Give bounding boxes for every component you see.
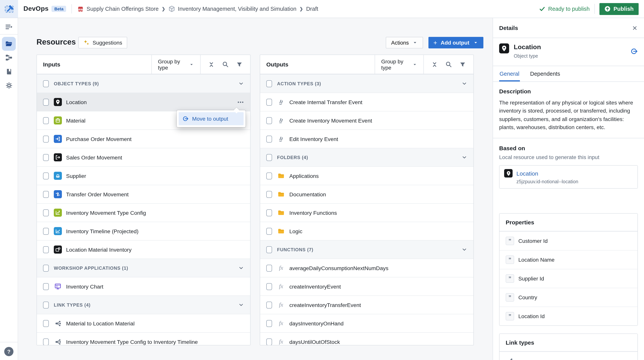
inputs-group-by-dropdown[interactable]: Group by type bbox=[152, 55, 200, 74]
breadcrumb-item-draft[interactable]: Draft bbox=[306, 6, 318, 12]
list-item-edit-inventory-event[interactable]: Edit Inventory Event bbox=[260, 130, 474, 148]
tab-dependents[interactable]: Dependents bbox=[530, 66, 560, 82]
chevron-down-icon[interactable] bbox=[238, 265, 244, 271]
list-item-supplier[interactable]: Supplier bbox=[37, 166, 250, 185]
group-header-object-types[interactable]: OBJECT TYPES (9) bbox=[37, 74, 250, 92]
add-output-button[interactable]: + Add output bbox=[428, 37, 483, 48]
group-header-workshop-applications[interactable]: WORKSHOP APPLICATIONS (1) bbox=[37, 258, 250, 277]
list-item-imtc-to-inventory-timeline[interactable]: Inventory Movement Type Config to Invent… bbox=[37, 332, 250, 346]
list-item-transfer-order-movement[interactable]: Transfer Order Movement bbox=[37, 185, 250, 203]
filter-button[interactable] bbox=[235, 60, 244, 69]
row-checkbox[interactable] bbox=[43, 338, 49, 345]
tab-general[interactable]: General bbox=[499, 66, 520, 82]
row-checkbox[interactable] bbox=[266, 302, 272, 308]
group-header-folders[interactable]: FOLDERS (4) bbox=[260, 148, 474, 166]
list-item-days-until-out-of-stock[interactable]: fx daysUntilOutOfStock bbox=[260, 332, 474, 346]
row-checkbox[interactable] bbox=[266, 136, 272, 142]
row-checkbox[interactable] bbox=[43, 117, 49, 124]
row-checkbox[interactable] bbox=[43, 209, 49, 216]
outputs-group-by-dropdown[interactable]: Group by type bbox=[375, 55, 424, 74]
group-header-link-types[interactable]: LINK TYPES (4) bbox=[37, 296, 250, 314]
row-checkbox[interactable] bbox=[43, 228, 49, 234]
property-row-customer-id[interactable]: ” Customer Id bbox=[500, 231, 638, 250]
row-checkbox[interactable] bbox=[43, 283, 49, 290]
search-button[interactable] bbox=[221, 60, 230, 69]
property-row-location-name[interactable]: ” Location Name bbox=[500, 250, 638, 269]
row-checkbox[interactable] bbox=[266, 209, 272, 216]
row-checkbox[interactable] bbox=[266, 172, 272, 179]
list-item-inventory-timeline[interactable]: Inventory Timeline (Projected) bbox=[37, 222, 250, 240]
row-checkbox[interactable] bbox=[43, 98, 49, 106]
chevron-down-icon[interactable] bbox=[462, 154, 467, 160]
list-item-days-inventory-on-hand[interactable]: fx daysInventoryOnHand bbox=[260, 314, 474, 332]
row-checkbox[interactable] bbox=[266, 228, 272, 234]
group-checkbox[interactable] bbox=[43, 264, 49, 272]
property-row-country[interactable]: ” Country bbox=[500, 288, 638, 306]
based-on-resource-link[interactable]: Location bbox=[516, 170, 538, 176]
filter-button[interactable] bbox=[458, 60, 467, 69]
group-checkbox[interactable] bbox=[43, 302, 49, 308]
chevron-down-icon[interactable] bbox=[238, 81, 244, 86]
publish-button[interactable]: Publish bbox=[599, 3, 638, 15]
list-item-average-daily-consumption[interactable]: fx averageDailyConsumptionNextNumDays bbox=[260, 258, 474, 277]
group-checkbox[interactable] bbox=[43, 80, 49, 87]
menu-item-move-to-output[interactable]: Move to output bbox=[179, 112, 244, 125]
sidebar-item-settings[interactable] bbox=[2, 78, 16, 92]
list-item-location-material-inventory[interactable]: Location Material Inventory bbox=[37, 240, 250, 258]
group-header-functions[interactable]: FUNCTIONS (7) bbox=[260, 240, 474, 258]
collapse-all-button[interactable] bbox=[207, 60, 216, 69]
chevron-down-icon[interactable] bbox=[462, 81, 467, 86]
row-checkbox[interactable] bbox=[43, 172, 49, 179]
list-item-inventory-functions[interactable]: Inventory Functions bbox=[260, 203, 474, 222]
property-row-location-id[interactable]: ” Location Id bbox=[500, 306, 638, 326]
list-item-create-internal-transfer-event[interactable]: Create Internal Transfer Event bbox=[260, 92, 474, 111]
list-item-inventory-chart[interactable]: Inventory Chart bbox=[37, 277, 250, 296]
row-checkbox[interactable] bbox=[43, 191, 49, 198]
list-item-create-inventory-movement-event[interactable]: Create Inventory Movement Event bbox=[260, 111, 474, 130]
sidebar-item-menu[interactable] bbox=[0, 20, 18, 34]
link-type-row[interactable] bbox=[500, 352, 638, 360]
sidebar-item-lineage[interactable] bbox=[2, 51, 16, 64]
list-item-create-inventory-transfer-event-fn[interactable]: fx createInventoryTransferEvent bbox=[260, 296, 474, 314]
row-checkbox[interactable] bbox=[266, 264, 272, 272]
group-checkbox[interactable] bbox=[266, 80, 272, 87]
list-item-purchase-order-movement[interactable]: Purchase Order Movement bbox=[37, 130, 250, 148]
row-checkbox[interactable] bbox=[266, 320, 272, 327]
group-checkbox[interactable] bbox=[266, 246, 272, 253]
chevron-down-icon[interactable] bbox=[238, 302, 244, 308]
collapse-all-button[interactable] bbox=[430, 60, 439, 69]
row-more-button[interactable] bbox=[237, 98, 244, 106]
list-item-create-inventory-event-fn[interactable]: fx createInventoryEvent bbox=[260, 277, 474, 296]
list-item-documentation[interactable]: Documentation bbox=[260, 185, 474, 203]
help-button[interactable]: ? bbox=[4, 347, 14, 356]
row-checkbox[interactable] bbox=[43, 320, 49, 327]
row-checkbox[interactable] bbox=[266, 117, 272, 124]
group-header-action-types[interactable]: ACTION TYPES (3) bbox=[260, 74, 474, 92]
row-checkbox[interactable] bbox=[266, 338, 272, 345]
list-item-inventory-movement-type-config[interactable]: Inventory Movement Type Config bbox=[37, 203, 250, 222]
property-row-supplier-id[interactable]: ” Supplier Id bbox=[500, 269, 638, 288]
list-item-sales-order-movement[interactable]: Sales Order Movement bbox=[37, 148, 250, 166]
close-details-button[interactable] bbox=[632, 25, 638, 31]
list-item-logic[interactable]: Logic bbox=[260, 222, 474, 240]
actions-button[interactable]: Actions bbox=[386, 37, 423, 48]
row-checkbox[interactable] bbox=[43, 136, 49, 142]
group-checkbox[interactable] bbox=[266, 154, 272, 161]
breadcrumb-item-store[interactable]: Supply Chain Offerings Store bbox=[78, 6, 159, 12]
sidebar-item-resources[interactable] bbox=[2, 37, 16, 51]
row-checkbox[interactable] bbox=[43, 154, 49, 161]
row-checkbox[interactable] bbox=[266, 191, 272, 198]
move-to-output-button[interactable] bbox=[630, 48, 638, 55]
row-checkbox[interactable] bbox=[266, 98, 272, 106]
sidebar-item-docs[interactable] bbox=[2, 64, 16, 78]
breadcrumb-item-product[interactable]: Inventory Management, Visibility and Sim… bbox=[168, 6, 296, 12]
suggestions-button[interactable]: Suggestions bbox=[78, 37, 127, 48]
search-button[interactable] bbox=[444, 60, 453, 69]
row-checkbox[interactable] bbox=[43, 246, 49, 253]
list-item-material-to-location-material[interactable]: Material to Location Material bbox=[37, 314, 250, 332]
list-item-applications[interactable]: Applications bbox=[260, 166, 474, 185]
app-logo[interactable] bbox=[0, 0, 18, 18]
chevron-down-icon[interactable] bbox=[462, 247, 467, 252]
row-checkbox[interactable] bbox=[266, 283, 272, 290]
list-item-location[interactable]: Location bbox=[37, 92, 250, 111]
